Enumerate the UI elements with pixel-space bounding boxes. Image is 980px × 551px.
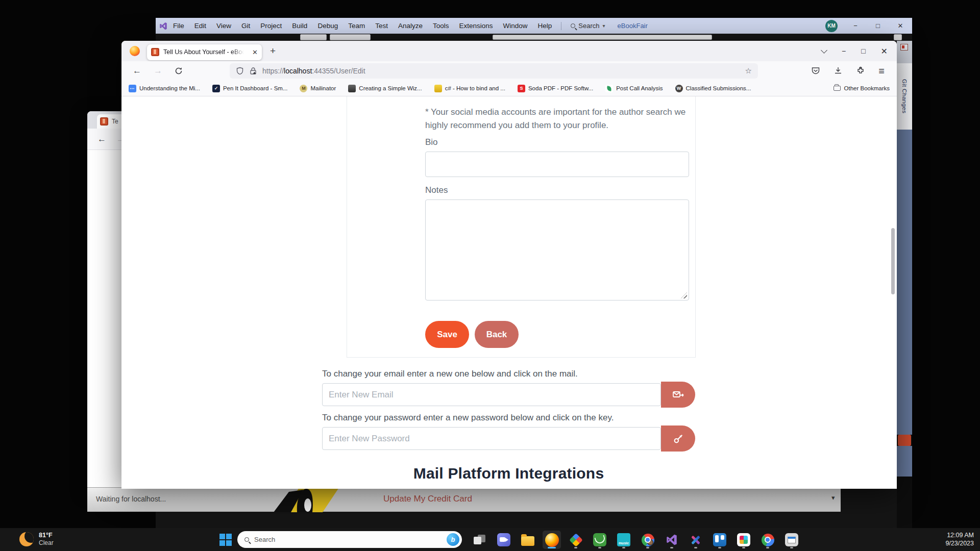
window-close-button[interactable]: ✕ [881,46,888,56]
social-media-note: * Your social media accounts are importa… [425,106,693,132]
start-button[interactable] [216,531,235,549]
window-maximize-button[interactable]: □ [861,47,865,55]
pocket-icon[interactable] [811,66,820,76]
extensions-puzzle-icon[interactable] [856,66,865,76]
taskbar-search-box[interactable]: Search b [237,531,462,548]
download-icon[interactable] [834,66,843,76]
weather-condition: Clear [39,539,54,547]
submit-email-button[interactable] [661,382,695,408]
reload-icon[interactable] [175,67,183,75]
cross-arrows-app-button[interactable] [687,531,705,549]
vs-menu-git[interactable]: Git [236,18,255,34]
vs-menu-help[interactable]: Help [533,18,557,34]
vs-search-box[interactable]: Search ▾ [566,22,610,30]
task-view-button[interactable] [471,531,489,549]
file-explorer-button[interactable] [519,531,537,549]
shield-icon[interactable] [236,67,244,75]
vs-search-label: Search [578,22,599,30]
dropdown-caret-icon[interactable]: ▾ [831,494,835,502]
bookmark-item[interactable]: ⋯Understanding the Mi... [129,85,200,92]
other-bookmarks-button[interactable]: Other Bookmarks [834,85,890,91]
new-tab-button[interactable]: + [270,45,276,57]
ebookfair-favicon [151,48,159,56]
bio-input[interactable] [425,152,689,177]
firefox-window: Tell Us About Yourself - eBookF ✕ + − □ … [121,41,897,489]
vs-maximize-button[interactable]: □ [873,22,883,30]
lock-warning-icon[interactable] [249,67,257,75]
bookmark-item[interactable]: c# - How to bind and ... [434,85,505,92]
submit-password-button[interactable] [661,425,695,452]
bookmark-item[interactable]: Creating a Simple Wiz... [348,85,422,92]
window-minimize-button[interactable]: − [842,47,846,55]
amazon-music-button[interactable]: music [615,531,633,549]
bookmark-item[interactable]: Post Call Analysis [605,85,663,92]
vs-menu-view[interactable]: View [211,18,236,34]
bookmark-item[interactable]: SSoda PDF - PDF Softw... [518,85,593,92]
bookmark-favicon-wordpress: W [675,85,683,92]
page-content: * Your social media accounts are importa… [121,96,897,489]
save-button[interactable]: Save [425,321,469,348]
vs-menu-tools[interactable]: Tools [428,18,454,34]
update-credit-card-link[interactable]: Update My Credit Card [383,494,472,504]
vs-toolbar-combo [300,34,327,40]
vs-toolbar-fragments [156,34,912,41]
vs-menu-team[interactable]: Team [343,18,370,34]
notes-label: Notes [425,185,448,195]
firefox-taskbar-button[interactable] [543,531,561,549]
weather-widget[interactable]: 81°F Clear [19,531,54,547]
notepad-plus-button[interactable] [591,531,609,549]
new-password-input[interactable] [322,427,661,450]
bookmark-item[interactable]: ✓Pen It Dashboard - Sm... [212,85,288,92]
vs-menu-extensions[interactable]: Extensions [454,18,498,34]
vs-menu-analyze[interactable]: Analyze [393,18,428,34]
page-scrollbar-thumb[interactable] [891,228,895,294]
bookmark-favicon-dots: ⋯ [129,85,136,92]
window-app-button[interactable] [782,531,801,549]
window-app-icon [785,533,798,546]
vs-minimize-button[interactable]: − [851,22,860,30]
git-changes-tab[interactable]: Git Changes [897,63,912,130]
back-button-form[interactable]: Back [475,321,519,348]
taskbar-clock[interactable]: 12:09 AM 9/23/2023 [930,531,974,547]
new-email-input[interactable] [322,383,661,406]
moon-weather-icon [19,532,34,546]
vs-right-panel-strip: Git Changes [897,41,912,528]
bookmark-star-icon[interactable]: ☆ [745,66,752,76]
desktop: File Edit View Git Project Build Debug T… [0,0,980,551]
chrome-profile-button[interactable] [639,531,657,549]
url-text: https://localhost:44355/User/Edit [262,67,365,75]
chrome-button[interactable] [758,531,777,549]
tab-close-icon[interactable]: ✕ [252,48,258,56]
url-bar[interactable]: https://localhost:44355/User/Edit ☆ [230,63,758,79]
forward-button[interactable]: → [148,66,168,76]
vs-menu-test[interactable]: Test [370,18,393,34]
search-icon [244,537,249,542]
vs-menu-file[interactable]: File [168,18,189,34]
slack-button[interactable] [734,531,753,549]
notes-textarea[interactable] [425,199,689,300]
vs-menu-window[interactable]: Window [498,18,533,34]
back-button[interactable]: ← [127,66,148,76]
trello-icon [713,533,726,546]
app-menu-hamburger-icon[interactable]: ≡ [878,65,885,77]
bg-tab-title: Te [112,118,118,125]
bookmark-item[interactable]: MMailinator [300,85,336,92]
vs-menu-edit[interactable]: Edit [189,18,211,34]
list-all-tabs-icon[interactable] [821,47,827,54]
vs-scroll-strip[interactable] [897,130,912,435]
visual-studio-button[interactable] [663,531,681,549]
bing-icon: b [447,533,459,546]
trello-button[interactable] [710,531,729,549]
vs-menu-project[interactable]: Project [255,18,287,34]
vs-account-avatar[interactable]: KM [825,20,838,32]
vs-menu-build[interactable]: Build [287,18,312,34]
maps-app-button[interactable] [567,531,585,549]
active-tab[interactable]: Tell Us About Yourself - eBookF ✕ [147,44,262,60]
firefox-view-icon[interactable] [130,46,140,56]
vs-menu-debug[interactable]: Debug [312,18,343,34]
vs-close-button[interactable]: ✕ [896,22,905,30]
back-icon[interactable]: ← [97,134,106,144]
page-loading-status: Waiting for localhost... [96,495,166,503]
teams-chat-button[interactable] [495,531,513,549]
bookmark-item[interactable]: WClassified Submissions... [675,85,751,92]
